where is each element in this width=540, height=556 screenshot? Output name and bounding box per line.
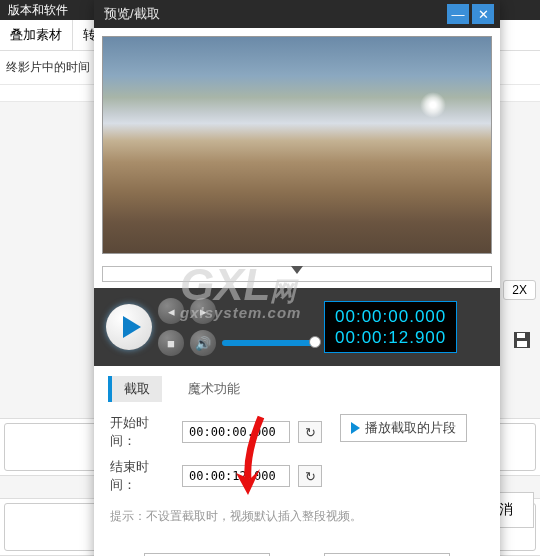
start-time-input[interactable] — [182, 421, 290, 443]
prev-frame-button[interactable]: ◂ — [158, 298, 184, 324]
tab-overlay-material[interactable]: 叠加素材 — [0, 20, 73, 50]
stop-button[interactable]: ■ — [158, 330, 184, 356]
dialog-titlebar: 预览/截取 — ✕ — [94, 0, 500, 28]
end-time-label: 结束时间： — [110, 458, 174, 494]
start-time-label: 开始时间： — [110, 414, 174, 450]
start-time-row: 开始时间： ↻ — [110, 414, 322, 450]
minimize-button[interactable]: — — [447, 4, 469, 24]
tab-magic[interactable]: 魔术功能 — [176, 376, 252, 402]
volume-thumb[interactable] — [309, 336, 321, 348]
hint-text: 提示：不设置截取时，视频默认插入整段视频。 — [110, 502, 484, 525]
volume-slider[interactable] — [222, 340, 318, 346]
dialog-button-row: 确 定 取 消 — [94, 531, 500, 556]
next-frame-button[interactable]: ▸ — [190, 298, 216, 324]
close-button[interactable]: ✕ — [472, 4, 494, 24]
time-current: 00:00:00.000 — [335, 306, 446, 327]
play-clip-label: 播放截取的片段 — [365, 419, 456, 437]
play-clip-button[interactable]: 播放截取的片段 — [340, 414, 467, 442]
playback-controls: ◂ ▸ ■ 🔊 00:00:00.000 00:00:12.900 — [94, 288, 500, 366]
speed-badge[interactable]: 2X — [503, 280, 536, 300]
reset-end-button[interactable]: ↻ — [298, 465, 322, 487]
tab-clip[interactable]: 截取 — [108, 376, 162, 402]
time-display: 00:00:00.000 00:00:12.900 — [324, 301, 457, 354]
control-stack: ◂ ▸ ■ 🔊 — [158, 298, 318, 356]
play-icon — [123, 316, 141, 338]
save-icon[interactable] — [512, 330, 532, 354]
svg-rect-2 — [517, 341, 527, 347]
end-time-row: 结束时间： ↻ — [110, 458, 322, 494]
volume-icon[interactable]: 🔊 — [190, 330, 216, 356]
time-total: 00:00:12.900 — [335, 327, 446, 348]
clip-form: 开始时间： ↻ 结束时间： ↻ 播放截取的片段 提示：不设置截取时，视频默认插入… — [94, 402, 500, 531]
video-preview[interactable] — [102, 36, 492, 254]
svg-rect-1 — [517, 333, 525, 338]
timeline-handle-icon[interactable] — [291, 266, 303, 274]
preview-clip-dialog: 预览/截取 — ✕ ◂ ▸ ■ 🔊 00:00:00.000 00 — [94, 0, 500, 556]
preview-wrap — [94, 28, 500, 262]
play-icon — [351, 422, 360, 434]
timeline-scrubber[interactable] — [102, 266, 492, 282]
end-time-input[interactable] — [182, 465, 290, 487]
dialog-tabs: 截取 魔术功能 — [94, 366, 500, 402]
play-button[interactable] — [106, 304, 152, 350]
reset-start-button[interactable]: ↻ — [298, 421, 322, 443]
dialog-title-text: 预览/截取 — [104, 5, 160, 23]
window-buttons: — ✕ — [447, 4, 494, 24]
